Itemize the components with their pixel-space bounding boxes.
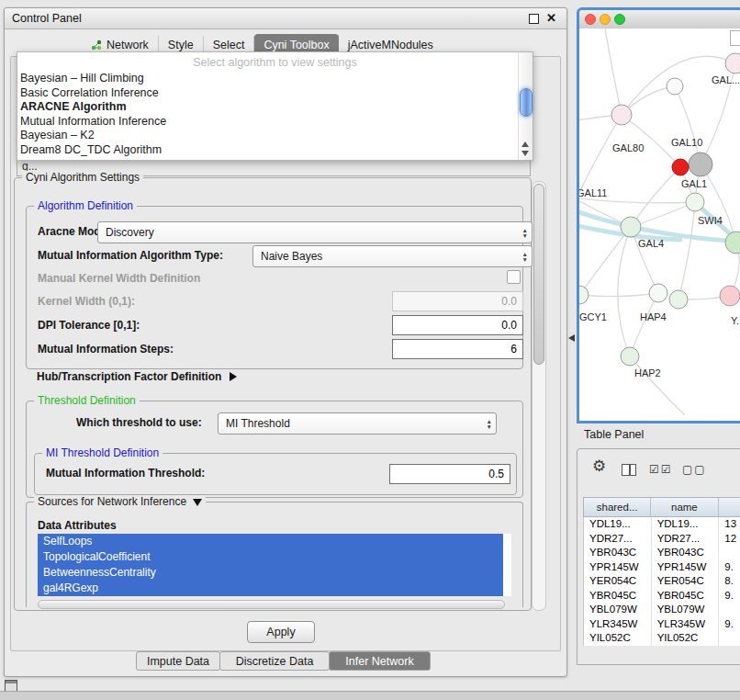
kernel-width-field[interactable] bbox=[392, 291, 523, 311]
network-canvas[interactable]: GAL80 GAL... GAL10 GAL11 GAL1 SWI4 GAL4 … bbox=[579, 28, 740, 415]
expand-right-icon[interactable] bbox=[230, 372, 241, 381]
table-cell[interactable]: YDL19... bbox=[584, 517, 652, 532]
mi-steps-field[interactable] bbox=[392, 339, 523, 359]
panel-collapse-arrow-icon[interactable] bbox=[565, 334, 575, 342]
table-row[interactable]: YDL19...YDL19...13 bbox=[584, 517, 740, 532]
network-node[interactable] bbox=[621, 347, 639, 366]
table-cell[interactable]: 8. bbox=[719, 574, 740, 589]
column-header[interactable]: shared... bbox=[584, 498, 651, 516]
hub-definition-expander[interactable]: Hub/Transcription Factor Definition bbox=[37, 367, 241, 384]
dropdown-item-selected[interactable]: ARACNE Algorithm bbox=[17, 100, 533, 115]
dropdown-item[interactable]: Basic Correlation Inference bbox=[17, 86, 533, 101]
table-cell[interactable]: YER054C bbox=[584, 574, 652, 589]
table-cell[interactable] bbox=[719, 546, 740, 560]
table-cell[interactable]: YIL052C bbox=[584, 631, 652, 646]
table-cell[interactable]: 13 bbox=[719, 517, 740, 532]
table-cell[interactable]: 9. bbox=[719, 589, 740, 604]
table-row[interactable]: YIL052CYIL052C bbox=[584, 631, 740, 646]
table-body[interactable]: YDL19...YDL19...13 YDR27...YDR27...12 YB… bbox=[583, 517, 740, 646]
network-window-titlebar[interactable] bbox=[579, 10, 740, 29]
tab-discretize-data[interactable]: Discretize Data bbox=[219, 651, 330, 671]
table-cell[interactable]: YIL052C bbox=[652, 631, 720, 646]
table-row[interactable]: YLR345WYLR345W9. bbox=[584, 617, 740, 632]
mi-algorithm-select[interactable]: Naive Bayes bbox=[252, 245, 533, 267]
table-cell[interactable]: YER054C bbox=[652, 574, 720, 589]
table-cell[interactable]: YBL079W bbox=[584, 603, 652, 617]
minimize-traffic-light[interactable] bbox=[600, 14, 611, 25]
dropdown-item[interactable]: Bayesian – Hill Climbing bbox=[17, 72, 533, 86]
table-cell[interactable]: YDL19... bbox=[652, 517, 720, 532]
zoom-traffic-light[interactable] bbox=[614, 14, 625, 25]
network-node[interactable] bbox=[611, 105, 632, 125]
network-node[interactable] bbox=[667, 78, 683, 95]
table-cell[interactable]: 9. bbox=[719, 560, 740, 575]
dropdown-scrollbar[interactable] bbox=[518, 52, 533, 160]
network-node[interactable] bbox=[686, 193, 704, 211]
table-cell[interactable]: YLR345W bbox=[652, 617, 720, 632]
attribute-item[interactable]: SelfLoops bbox=[38, 534, 503, 549]
table-cell[interactable]: 12 bbox=[719, 532, 740, 547]
manual-kernel-checkbox[interactable] bbox=[507, 270, 521, 284]
table-cell[interactable] bbox=[719, 603, 740, 617]
settings-scrollbar-thumb[interactable] bbox=[533, 184, 544, 365]
table-row[interactable]: YBR045CYBR045C9. bbox=[584, 589, 740, 604]
highlighted-edges[interactable] bbox=[579, 202, 740, 260]
table-cell[interactable]: YBR043C bbox=[652, 546, 720, 560]
attribute-item[interactable]: BetweennessCentrality bbox=[38, 565, 503, 581]
which-threshold-select[interactable]: MI Threshold bbox=[218, 412, 497, 435]
control-panel-titlebar[interactable]: Control Panel ✕ bbox=[5, 8, 566, 29]
network-node[interactable] bbox=[725, 231, 740, 254]
table-cell[interactable]: YBR043C bbox=[584, 546, 652, 560]
canvas-scrollbar-fragment[interactable] bbox=[730, 30, 740, 46]
table-row[interactable]: YBR043CYBR043C bbox=[584, 546, 740, 560]
apply-button[interactable]: Apply bbox=[247, 621, 315, 643]
table-cell[interactable]: YDR27... bbox=[584, 532, 652, 547]
network-node[interactable] bbox=[649, 284, 667, 302]
column-header[interactable]: name bbox=[651, 498, 718, 516]
select-all-columns-icon[interactable]: ☑☑ bbox=[649, 463, 673, 476]
network-node[interactable] bbox=[621, 217, 641, 237]
table-row[interactable]: YPR145WYPR145W9. bbox=[584, 560, 740, 575]
tab-infer-network[interactable]: Infer Network bbox=[329, 651, 431, 671]
mi-threshold-field[interactable] bbox=[389, 464, 510, 484]
attributes-hscrollbar[interactable] bbox=[38, 600, 505, 609]
scroll-up-icon[interactable] bbox=[521, 141, 529, 147]
table-cell[interactable]: YPR145W bbox=[584, 560, 652, 575]
table-cell[interactable]: YBR045C bbox=[584, 589, 652, 604]
dropdown-item[interactable]: Dream8 DC_TDC Algorithm bbox=[17, 143, 533, 158]
table-cell[interactable]: 9. bbox=[719, 617, 740, 632]
table-cell[interactable]: YLR345W bbox=[584, 617, 652, 632]
tab-impute-data[interactable]: Impute Data bbox=[136, 651, 220, 671]
table-cell[interactable]: YPR145W bbox=[652, 560, 720, 575]
dropdown-item[interactable]: Bayesian – K2 bbox=[17, 129, 533, 143]
scroll-down-icon[interactable] bbox=[521, 151, 529, 156]
data-attributes-list[interactable]: SelfLoops TopologicalCoefficient Between… bbox=[38, 534, 511, 596]
unselect-all-columns-icon[interactable]: ▢▢ bbox=[682, 463, 707, 476]
gear-icon[interactable]: ⚙ bbox=[592, 457, 606, 476]
dpi-tolerance-field[interactable] bbox=[392, 315, 523, 335]
close-icon[interactable]: ✕ bbox=[546, 11, 556, 25]
table-cell[interactable]: YDR27... bbox=[652, 532, 720, 547]
column-header[interactable] bbox=[719, 498, 740, 516]
attribute-item[interactable]: TopologicalCoefficient bbox=[38, 549, 503, 565]
close-traffic-light[interactable] bbox=[585, 14, 596, 25]
table-cell[interactable]: YBR045C bbox=[652, 589, 720, 604]
settings-scrollbar[interactable] bbox=[532, 181, 546, 611]
float-window-icon[interactable] bbox=[529, 14, 539, 24]
network-node[interactable] bbox=[669, 290, 688, 309]
network-node[interactable] bbox=[689, 152, 712, 176]
network-node[interactable] bbox=[725, 53, 740, 73]
table-row[interactable]: YER054CYER054C8. bbox=[584, 574, 740, 589]
aracne-mode-select[interactable]: Discovery bbox=[97, 221, 533, 243]
table-cell[interactable] bbox=[719, 631, 740, 646]
attribute-item[interactable]: gal4RGexp bbox=[38, 581, 503, 596]
network-node[interactable] bbox=[579, 286, 589, 304]
columns-icon[interactable] bbox=[622, 464, 636, 476]
table-row[interactable]: YDR27...YDR27...12 bbox=[584, 532, 740, 547]
sources-group-title[interactable]: Sources for Network Inference bbox=[34, 495, 206, 508]
dropdown-scrollbar-thumb[interactable] bbox=[520, 88, 533, 117]
dropdown-item[interactable]: Mutual Information Inference bbox=[17, 115, 533, 130]
collapse-down-icon[interactable] bbox=[193, 499, 202, 511]
network-node[interactable] bbox=[672, 159, 689, 175]
table-row[interactable]: YBL079WYBL079W bbox=[584, 603, 740, 617]
